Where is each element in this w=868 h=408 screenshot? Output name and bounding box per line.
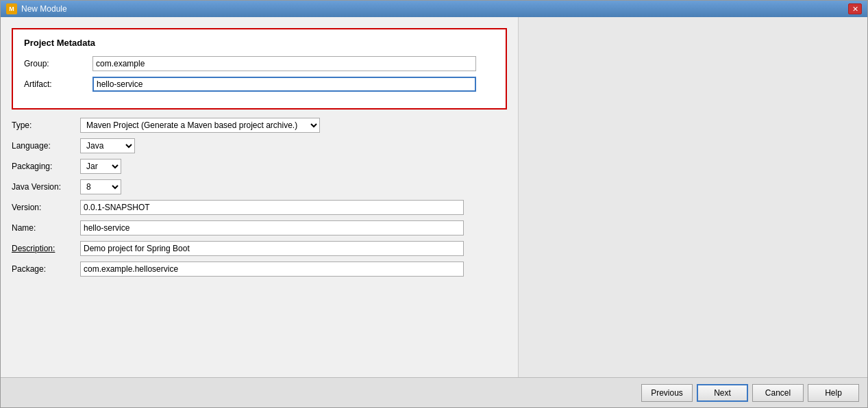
close-button[interactable]: ✕ [848, 3, 862, 14]
group-label: Group: [24, 59, 92, 68]
group-row: Group: [24, 56, 495, 71]
description-label: Description: [12, 244, 80, 253]
project-metadata-section: Project Metadata Group: Artifact: [12, 28, 507, 110]
language-label: Language: [12, 141, 80, 151]
name-label: Name: [12, 223, 80, 233]
name-input[interactable] [80, 220, 464, 235]
version-input[interactable] [80, 200, 464, 215]
packaging-select[interactable]: Jar [80, 159, 121, 174]
new-module-window: M New Module ✕ Project Metadata Group: A… [0, 0, 868, 408]
section-title: Project Metadata [24, 38, 495, 48]
window-icon: M [6, 3, 17, 14]
next-button[interactable]: Next [697, 384, 748, 402]
java-version-select[interactable]: 8 [80, 179, 121, 194]
package-row: Package: [12, 262, 507, 277]
name-row: Name: [12, 220, 507, 235]
window-title: New Module [21, 4, 67, 14]
packaging-row: Packaging: Jar [12, 159, 507, 174]
group-input[interactable] [92, 56, 476, 71]
description-input[interactable] [80, 241, 464, 256]
type-row: Type: Maven Project (Generate a Maven ba… [12, 118, 507, 133]
artifact-label: Artifact: [24, 79, 92, 89]
main-panel: Project Metadata Group: Artifact: Type: … [1, 17, 518, 377]
bottom-bar: Previous Next Cancel Help [1, 377, 867, 407]
language-row: Language: Java [12, 138, 507, 153]
previous-button[interactable]: Previous [641, 384, 693, 402]
content-area: Project Metadata Group: Artifact: Type: … [1, 17, 867, 377]
title-bar: M New Module ✕ [1, 1, 867, 17]
language-select[interactable]: Java [80, 138, 135, 153]
type-label: Type: [12, 120, 80, 130]
cancel-button[interactable]: Cancel [752, 384, 804, 402]
artifact-row: Artifact: [24, 77, 495, 92]
artifact-input[interactable] [92, 77, 476, 92]
package-label: Package: [12, 264, 80, 274]
java-version-row: Java Version: 8 [12, 179, 507, 194]
type-select[interactable]: Maven Project (Generate a Maven based pr… [80, 118, 320, 133]
java-version-label: Java Version: [12, 182, 80, 192]
package-input[interactable] [80, 262, 464, 277]
right-panel [518, 17, 867, 377]
version-row: Version: [12, 200, 507, 215]
packaging-label: Packaging: [12, 162, 80, 171]
version-label: Version: [12, 203, 80, 212]
below-section: Type: Maven Project (Generate a Maven ba… [12, 115, 507, 285]
description-row: Description: [12, 241, 507, 256]
help-button[interactable]: Help [808, 384, 859, 402]
title-bar-left: M New Module [6, 3, 67, 14]
